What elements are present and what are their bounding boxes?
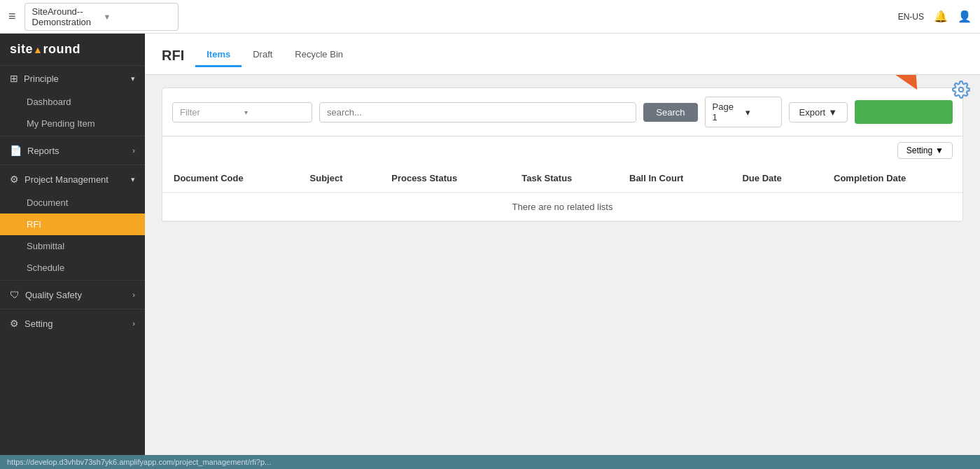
filter-placeholder: Filter	[180, 107, 240, 118]
gear-settings-icon[interactable]	[952, 80, 970, 99]
sidebar-item-submittal[interactable]: Submittal	[0, 235, 145, 257]
user-icon[interactable]: 👤	[958, 10, 972, 23]
table-header-row: Document Code Subject Process Status Tas…	[162, 164, 962, 192]
sidebar-item-principle[interactable]: ⊞ Principle ▾	[0, 66, 145, 91]
layout: site▲round ⊞ Principle ▾ Dashboard My Pe…	[0, 34, 980, 455]
filter-dropdown[interactable]: Filter ▾	[172, 102, 312, 122]
search-button[interactable]: Search	[643, 103, 697, 122]
sidebar-logo: site▲round	[0, 34, 145, 66]
sidebar-item-schedule[interactable]: Schedule	[0, 257, 145, 279]
language-selector[interactable]: EN-US	[898, 12, 924, 22]
sidebar-item-document[interactable]: Document	[0, 192, 145, 214]
col-ball-in-court: Ball In Court	[618, 164, 731, 192]
col-task-status: Task Status	[510, 164, 618, 192]
main-content: RFI Items Draft Recycle Bin	[145, 34, 980, 455]
col-process-status: Process Status	[380, 164, 510, 192]
statusbar: https://develop.d3vhbv73sh7yk6.amplifyap…	[0, 455, 980, 469]
sidebar-item-my-pending[interactable]: My Pending Item	[0, 113, 145, 134]
status-url: https://develop.d3vhbv73sh7yk6.amplifyap…	[7, 458, 271, 466]
logo-arrow-icon: ▲	[33, 44, 43, 55]
table-container: Document Code Subject Process Status Tas…	[162, 164, 963, 222]
chevron-down-icon: ▼	[828, 107, 837, 118]
project-dropdown[interactable]: SiteAround--Demonstration ▼	[24, 3, 178, 31]
settings-row: Setting ▼	[162, 136, 963, 164]
setting-label: Setting	[24, 318, 52, 329]
setting-button[interactable]: Setting ▼	[897, 142, 953, 159]
reports-icon: 📄	[10, 145, 22, 156]
chevron-down-icon: ▾	[746, 107, 774, 118]
toolbar: Filter ▾ Search Page 1 ▾ Export ▼	[162, 88, 963, 136]
sidebar-item-reports[interactable]: 📄 Reports ›	[0, 138, 145, 163]
create-button[interactable]	[855, 100, 953, 124]
page-dropdown[interactable]: Page 1 ▾	[705, 97, 782, 127]
tab-recycle-bin[interactable]: Recycle Bin	[284, 43, 354, 67]
col-document-code: Document Code	[162, 164, 299, 192]
page-label: Page 1	[713, 102, 741, 122]
reports-label: Reports	[27, 146, 59, 156]
topbar: ≡ SiteAround--Demonstration ▼ EN-US 🔔 👤	[0, 0, 980, 34]
quality-safety-label: Quality Safety	[25, 290, 82, 300]
sidebar-item-project-management[interactable]: ⚙ Project Management ▾	[0, 167, 145, 192]
topbar-right: EN-US 🔔 👤	[898, 10, 972, 23]
tabs: Items Draft Recycle Bin	[195, 43, 354, 67]
project-name: SiteAround--Demonstration	[32, 6, 99, 27]
col-subject: Subject	[299, 164, 381, 192]
page-header: RFI Items Draft Recycle Bin	[145, 34, 980, 75]
table-empty-row: There are no related lists	[162, 192, 962, 221]
chevron-down-icon: ▾	[131, 74, 135, 83]
grid-icon: ⊞	[10, 73, 18, 84]
hamburger-icon[interactable]: ≡	[8, 9, 16, 24]
bell-icon[interactable]: 🔔	[934, 10, 948, 23]
project-mgmt-label: Project Management	[24, 174, 108, 185]
chevron-down-icon: ▼	[935, 146, 944, 155]
sidebar-item-rfi[interactable]: RFI	[0, 214, 145, 235]
shield-icon: 🛡	[10, 289, 20, 300]
settings-gear-area	[952, 80, 970, 101]
principle-label: Principle	[24, 74, 59, 84]
tab-items[interactable]: Items	[195, 43, 241, 67]
sidebar-item-quality-safety[interactable]: 🛡 Quality Safety ›	[0, 282, 145, 307]
sidebar: site▲round ⊞ Principle ▾ Dashboard My Pe…	[0, 34, 145, 455]
empty-message: There are no related lists	[162, 192, 962, 221]
page-title: RFI	[162, 48, 184, 64]
data-table: Document Code Subject Process Status Tas…	[162, 164, 962, 221]
chevron-down-icon: ▾	[131, 175, 135, 184]
col-due-date: Due Date	[731, 164, 822, 192]
search-input[interactable]	[319, 102, 636, 122]
chevron-down-icon: ▾	[244, 108, 304, 116]
export-button[interactable]: Export ▼	[789, 102, 848, 122]
project-icon: ⚙	[10, 174, 19, 185]
chevron-right-icon: ›	[132, 290, 135, 299]
sidebar-item-dashboard[interactable]: Dashboard	[0, 91, 145, 113]
logo-text: site▲round	[10, 42, 80, 57]
chevron-right-icon: ›	[132, 319, 135, 328]
svg-point-1	[959, 88, 964, 92]
col-completion-date: Completion Date	[822, 164, 962, 192]
tab-draft[interactable]: Draft	[241, 43, 284, 67]
content-area: Filter ▾ Search Page 1 ▾ Export ▼ Sett	[145, 75, 980, 455]
gear-icon: ⚙	[10, 318, 19, 329]
chevron-right-icon: ›	[132, 146, 135, 155]
chevron-down-icon: ▼	[104, 13, 171, 21]
sidebar-item-setting[interactable]: ⚙ Setting ›	[0, 311, 145, 336]
